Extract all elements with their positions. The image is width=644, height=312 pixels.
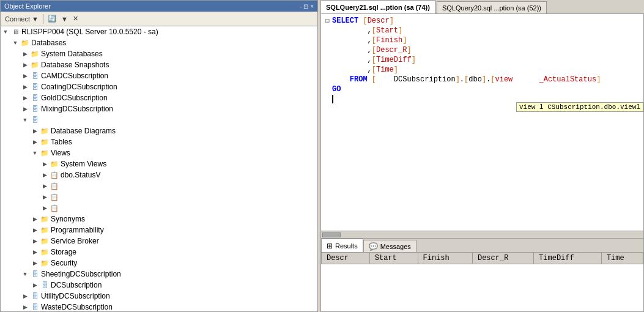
tree-item-view4[interactable]: ▶ 📋 <box>1 202 317 214</box>
expander-programmability[interactable]: ▶ <box>30 225 40 235</box>
folder-icon: 📁 <box>40 236 50 246</box>
expander-db-diagrams[interactable]: ▶ <box>30 126 40 136</box>
connect-button[interactable]: Connect ▼ <box>3 15 40 23</box>
expander-dc-sub-2[interactable]: ▶ <box>30 280 40 290</box>
db-icon: 🗄 <box>30 104 40 114</box>
expander-synonyms[interactable]: ▶ <box>30 214 40 224</box>
results-table: Descr Start Finish Descr_R TimeDiff Time <box>321 252 643 264</box>
gutter: ⊟ <box>324 17 332 26</box>
expander-sys-views[interactable]: ▶ <box>40 159 50 169</box>
autocomplete-text: view l CSubscription.dbo.viewl <box>519 103 640 111</box>
expander-view3[interactable]: ▶ <box>40 192 50 202</box>
tree-item-coatingdc[interactable]: ▶ 🗄 CoatingDCSubscription <box>1 81 317 92</box>
tree-item-view2[interactable]: ▶ 📋 <box>1 180 317 191</box>
expander-sys-dbs[interactable]: ▶ <box>20 49 30 59</box>
tree-item-programmability[interactable]: ▶ 📁 Programmability <box>1 225 317 236</box>
storage-label: Storage <box>50 248 76 256</box>
tree-container[interactable]: ▼ 🖥 RLISPFP004 (SQL Server 10.0.5520 - s… <box>1 26 317 311</box>
results-panel: ⊞ Results 💬 Messages Descr Start Finish <box>320 239 644 312</box>
db-icon: 🗄 <box>30 82 40 92</box>
golddc-label: GoldDCSubscription <box>40 94 108 102</box>
expander-sheetingdc[interactable]: ▼ <box>20 269 30 279</box>
security-inner-label: Security <box>50 259 77 267</box>
hscroll-thumb[interactable] <box>322 232 341 237</box>
tree-item-sys-views[interactable]: ▶ 📁 System Views <box>1 158 317 169</box>
code-area[interactable]: ⊟ SELECT [Descr] ,[Start] <box>321 14 643 231</box>
tab-messages[interactable]: 💬 Messages <box>363 240 416 252</box>
pin-icon: - ⊡ × <box>300 3 314 10</box>
tree-item-dc-sub-2[interactable]: ▶ 🗄 DCSubscription <box>1 280 317 291</box>
coatingdc-label: CoatingDCSubscription <box>40 83 117 91</box>
tree-item-views[interactable]: ▼ 📁 Views <box>1 147 317 158</box>
code-hscroll[interactable] <box>321 231 643 238</box>
tree-item-camdc[interactable]: ▶ 🗄 CAMDCSubscription <box>1 70 317 81</box>
expander-storage[interactable]: ▶ <box>30 247 40 257</box>
tab-messages-label: Messages <box>380 243 411 250</box>
stop-button[interactable]: ✕ <box>71 14 80 23</box>
tree-item-databases[interactable]: ▼ 📁 Databases <box>1 37 317 48</box>
tree-item-db-snapshots[interactable]: ▶ 📁 Database Snapshots <box>1 59 317 70</box>
db-icon: 🗄 <box>30 291 40 301</box>
view-icon: 📋 <box>50 203 59 213</box>
expander-server[interactable]: ▼ <box>1 27 10 37</box>
expander-view4[interactable]: ▶ <box>40 203 50 213</box>
expander-coatingdc[interactable]: ▶ <box>20 82 30 92</box>
expander-golddc[interactable]: ▶ <box>20 93 30 103</box>
tab-query21[interactable]: SQLQuery21.sql ...ption (sa (74)) <box>320 0 435 13</box>
tree-item-db-diagrams[interactable]: ▶ 📁 Database Diagrams <box>1 125 317 136</box>
filter-button[interactable]: ▼ <box>59 15 70 23</box>
tree-item-synonyms[interactable]: ▶ 📁 Synonyms <box>1 214 317 225</box>
tree-item-golddc[interactable]: ▶ 🗄 GoldDCSubscription <box>1 92 317 103</box>
tree-item-sys-dbs[interactable]: ▶ 📁 System Databases <box>1 48 317 59</box>
expander-utilitydc[interactable]: ▶ <box>20 291 30 301</box>
col-start: Start <box>369 253 418 264</box>
tab-query20[interactable]: SQLQuery20.sql ...ption (sa (52)) <box>437 1 547 13</box>
tree-item-storage[interactable]: ▶ 📁 Storage <box>1 247 317 258</box>
code-line-5: ,[TimeDiff] <box>321 56 643 65</box>
wastedc-label: WasteDCSubscription <box>40 303 113 311</box>
code-editor: ⊟ SELECT [Descr] ,[Start] <box>320 13 644 239</box>
identifier: Descr <box>368 17 390 25</box>
tab-results[interactable]: ⊞ Results <box>321 239 363 252</box>
expander-databases[interactable]: ▼ <box>10 38 20 48</box>
server-label: RLISPFP004 (SQL Server 10.0.5520 - sa) <box>20 28 158 36</box>
synonyms-label: Synonyms <box>50 215 85 223</box>
expander-views[interactable]: ▼ <box>30 148 40 158</box>
tree-item-dcsubscription[interactable]: ▼ 🗄 <box>1 114 317 125</box>
tree-item-service-broker[interactable]: ▶ 📁 Service Broker <box>1 236 317 247</box>
tab-results-label: Results <box>335 242 358 250</box>
bracket: [ <box>363 17 367 25</box>
col-timediff: TimeDiff <box>534 253 602 264</box>
sys-dbs-label: System Databases <box>40 50 103 58</box>
programmability-label: Programmability <box>50 226 104 234</box>
expander-service-broker[interactable]: ▶ <box>30 236 40 246</box>
expander-view2[interactable]: ▶ <box>40 181 50 191</box>
tree-item-mixingdc[interactable]: ▶ 🗄 MixingDCSubscription <box>1 103 317 114</box>
tree-item-server[interactable]: ▼ 🖥 RLISPFP004 (SQL Server 10.0.5520 - s… <box>1 26 317 37</box>
tree-item-view3[interactable]: ▶ 📋 <box>1 191 317 202</box>
db-diagrams-label: Database Diagrams <box>50 127 116 135</box>
tree-item-dbo-statusv[interactable]: ▶ 📋 dbo.StatusV <box>1 169 317 180</box>
expander-mixingdc[interactable]: ▶ <box>20 104 30 114</box>
expander-db-snapshots[interactable]: ▶ <box>20 60 30 70</box>
results-tabs: ⊞ Results 💬 Messages <box>321 239 643 252</box>
folder-icon: 📁 <box>40 214 50 224</box>
folder-icon: 📁 <box>40 247 50 257</box>
col-descr: Descr <box>322 253 370 264</box>
line-content: ,[TimeDiff] <box>332 56 641 64</box>
code-line-4: ,[Descr_R] <box>321 46 643 56</box>
expander-wastedc[interactable]: ▶ <box>20 302 30 311</box>
tree-item-wastedc[interactable]: ▶ 🗄 WasteDCSubscription <box>1 302 317 311</box>
expander-tables[interactable]: ▶ <box>30 137 40 147</box>
keyword-select: SELECT <box>332 17 358 25</box>
tree-item-tables[interactable]: ▶ 📁 Tables <box>1 136 317 147</box>
tree-item-utilitydc[interactable]: ▶ 🗄 UtilityDCSubscription <box>1 291 317 302</box>
refresh-button[interactable]: 🔄 <box>46 14 58 23</box>
expander-camdc[interactable]: ▶ <box>20 71 30 81</box>
tree-item-sheetingdc[interactable]: ▼ 🗄 SheetingDCSubscription <box>1 269 317 280</box>
tree-item-security-inner[interactable]: ▶ 📁 Security <box>1 258 317 269</box>
expander-security-inner[interactable]: ▶ <box>30 258 40 268</box>
results-grid[interactable]: Descr Start Finish Descr_R TimeDiff Time <box>321 252 643 311</box>
expander-dbo-statusv[interactable]: ▶ <box>40 170 50 180</box>
expander-dcsubscription[interactable]: ▼ <box>20 115 30 125</box>
